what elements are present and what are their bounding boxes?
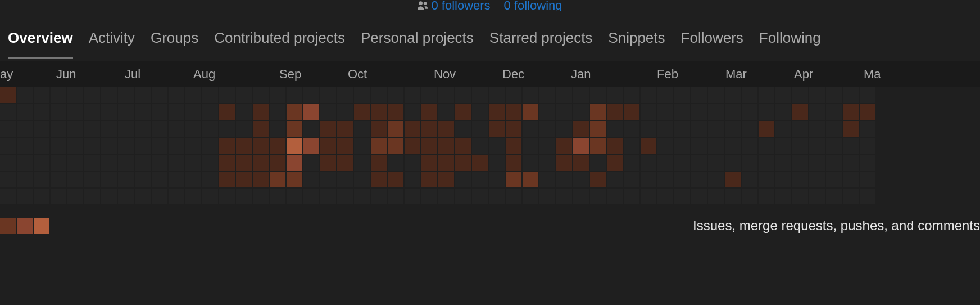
calendar-day[interactable] (219, 155, 235, 171)
calendar-day[interactable] (455, 87, 471, 103)
calendar-day[interactable] (270, 121, 285, 137)
calendar-day[interactable] (388, 138, 403, 154)
calendar-day[interactable] (759, 138, 774, 154)
tab-personal-projects[interactable]: Personal projects (361, 29, 474, 59)
calendar-day[interactable] (556, 87, 572, 103)
calendar-day[interactable] (320, 138, 336, 154)
calendar-day[interactable] (101, 155, 117, 171)
calendar-day[interactable] (84, 104, 100, 120)
calendar-day[interactable] (0, 189, 16, 204)
calendar-day[interactable] (657, 87, 673, 103)
calendar-day[interactable] (843, 121, 859, 137)
calendar-day[interactable] (506, 172, 521, 187)
calendar-day[interactable] (725, 138, 741, 154)
calendar-day[interactable] (607, 87, 623, 103)
calendar-day[interactable] (405, 87, 420, 103)
tab-snippets[interactable]: Snippets (608, 29, 665, 59)
calendar-day[interactable] (185, 155, 201, 171)
calendar-day[interactable] (708, 172, 724, 187)
calendar-day[interactable] (506, 138, 521, 154)
calendar-day[interactable] (118, 138, 134, 154)
calendar-day[interactable] (152, 172, 167, 187)
calendar-day[interactable] (135, 87, 151, 103)
calendar-day[interactable] (0, 87, 16, 103)
calendar-day[interactable] (573, 172, 589, 187)
calendar-day[interactable] (775, 189, 791, 204)
calendar-day[interactable] (742, 155, 757, 171)
calendar-day[interactable] (405, 155, 420, 171)
calendar-day[interactable] (67, 121, 83, 137)
calendar-day[interactable] (337, 172, 353, 187)
calendar-day[interactable] (472, 138, 488, 154)
calendar-day[interactable] (34, 155, 49, 171)
calendar-day[interactable] (34, 189, 49, 204)
calendar-day[interactable] (202, 155, 218, 171)
calendar-day[interactable] (809, 121, 825, 137)
calendar-day[interactable] (101, 87, 117, 103)
calendar-day[interactable] (674, 138, 690, 154)
calendar-day[interactable] (388, 172, 403, 187)
calendar-day[interactable] (169, 104, 184, 120)
calendar-day[interactable] (337, 121, 353, 137)
calendar-day[interactable] (303, 104, 319, 120)
calendar-day[interactable] (691, 172, 707, 187)
calendar-day[interactable] (0, 172, 16, 187)
calendar-day[interactable] (405, 121, 420, 137)
calendar-day[interactable] (590, 87, 606, 103)
calendar-day[interactable] (84, 138, 100, 154)
calendar-day[interactable] (270, 189, 285, 204)
calendar-day[interactable] (641, 189, 656, 204)
tab-followers[interactable]: Followers (681, 29, 743, 59)
calendar-day[interactable] (624, 189, 639, 204)
calendar-day[interactable] (287, 87, 302, 103)
calendar-day[interactable] (506, 104, 521, 120)
calendar-day[interactable] (219, 121, 235, 137)
calendar-day[interactable] (0, 138, 16, 154)
calendar-day[interactable] (489, 121, 505, 137)
calendar-day[interactable] (67, 172, 83, 187)
calendar-day[interactable] (573, 121, 589, 137)
calendar-day[interactable] (303, 155, 319, 171)
calendar-day[interactable] (607, 138, 623, 154)
calendar-day[interactable] (169, 87, 184, 103)
calendar-day[interactable] (826, 87, 842, 103)
calendar-day[interactable] (371, 189, 387, 204)
calendar-day[interactable] (152, 155, 167, 171)
calendar-day[interactable] (320, 189, 336, 204)
calendar-day[interactable] (506, 87, 521, 103)
calendar-day[interactable] (556, 121, 572, 137)
calendar-day[interactable] (809, 138, 825, 154)
calendar-day[interactable] (759, 155, 774, 171)
calendar-day[interactable] (67, 87, 83, 103)
calendar-day[interactable] (826, 138, 842, 154)
tab-groups[interactable]: Groups (151, 29, 198, 59)
calendar-day[interactable] (84, 155, 100, 171)
calendar-day[interactable] (641, 155, 656, 171)
calendar-day[interactable] (51, 104, 66, 120)
calendar-day[interactable] (287, 172, 302, 187)
calendar-day[interactable] (775, 121, 791, 137)
calendar-day[interactable] (860, 87, 875, 103)
calendar-day[interactable] (523, 87, 538, 103)
calendar-day[interactable] (253, 121, 269, 137)
calendar-day[interactable] (539, 121, 555, 137)
calendar-day[interactable] (84, 172, 100, 187)
calendar-day[interactable] (219, 138, 235, 154)
calendar-day[interactable] (320, 121, 336, 137)
calendar-day[interactable] (270, 138, 285, 154)
calendar-day[interactable] (202, 104, 218, 120)
calendar-day[interactable] (253, 87, 269, 103)
calendar-day[interactable] (641, 172, 656, 187)
calendar-day[interactable] (202, 87, 218, 103)
calendar-day[interactable] (539, 189, 555, 204)
calendar-day[interactable] (303, 189, 319, 204)
calendar-day[interactable] (0, 121, 16, 137)
calendar-day[interactable] (236, 155, 252, 171)
calendar-day[interactable] (860, 155, 875, 171)
calendar-day[interactable] (641, 104, 656, 120)
calendar-day[interactable] (219, 87, 235, 103)
calendar-day[interactable] (725, 87, 741, 103)
calendar-day[interactable] (523, 189, 538, 204)
calendar-day[interactable] (792, 172, 808, 187)
calendar-day[interactable] (219, 172, 235, 187)
